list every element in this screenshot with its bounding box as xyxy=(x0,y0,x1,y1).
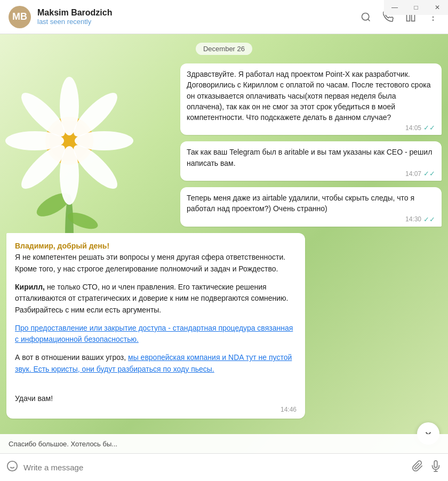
contact-info: Maksim Barodzich last seen recently xyxy=(37,8,359,26)
message-input-area xyxy=(0,453,448,481)
svg-point-20 xyxy=(7,461,17,470)
emoji-icon[interactable] xyxy=(6,460,18,475)
message-bubble-outgoing: Так как ваш Telegram был в aritable и вы… xyxy=(180,141,442,181)
minimize-button[interactable]: — xyxy=(384,0,405,15)
svg-point-6 xyxy=(433,19,434,21)
svg-line-1 xyxy=(368,19,370,21)
message-time: 14:30 xyxy=(405,215,421,223)
attach-icon[interactable] xyxy=(412,460,423,475)
messages-container: December 26 Здравствуйте. Я работал над … xyxy=(0,34,448,453)
message-row-incoming: Владимир, добрый день! Я не компетентен … xyxy=(6,233,442,419)
message-meta: 14:05 ✓✓ xyxy=(187,124,435,132)
contact-name: Maksim Barodzich xyxy=(37,8,359,18)
message-ticks: ✓✓ xyxy=(423,124,435,132)
input-right-icons xyxy=(412,460,442,475)
message-text: Так как ваш Telegram был в aritable и вы… xyxy=(187,147,435,169)
message-meta: 14:07 ✓✓ xyxy=(187,170,435,178)
message-bubble-outgoing: Здравствуйте. Я работал над проектом Poi… xyxy=(180,63,442,135)
chat-header: MB Maksim Barodzich last seen recently xyxy=(0,0,448,34)
message-time: 14:46 xyxy=(281,406,297,413)
maximize-button[interactable]: □ xyxy=(405,0,427,15)
svg-point-0 xyxy=(362,13,369,20)
message-ticks: ✓✓ xyxy=(423,170,435,178)
message-row: Так как ваш Telegram был в aritable и вы… xyxy=(6,141,442,181)
message-input[interactable] xyxy=(23,463,406,472)
close-button[interactable]: ✕ xyxy=(427,0,448,15)
message-time: 14:05 xyxy=(405,124,421,132)
contact-status: last seen recently xyxy=(37,18,359,26)
message-text: Теперь меня даже из airtable удалили, чт… xyxy=(187,193,435,214)
date-label: December 26 xyxy=(196,43,252,55)
message-row: Здравствуйте. Я работал над проектом Poi… xyxy=(6,63,442,135)
message-time: 14:07 xyxy=(405,170,421,178)
message-row: Теперь меня даже из airtable удалили, чт… xyxy=(6,187,442,227)
search-icon[interactable] xyxy=(359,11,372,23)
avatar: MB xyxy=(9,6,31,28)
incoming-message-text: Владимир, добрый день! Я не компетентен … xyxy=(15,240,297,405)
message-text: Здравствуйте. Я работал над проектом Poi… xyxy=(187,69,435,123)
message-ticks: ✓✓ xyxy=(423,215,435,223)
mic-icon[interactable] xyxy=(430,460,442,475)
message-meta: 14:46 xyxy=(15,406,297,413)
partial-incoming-message: Спасибо большое. Хотелось бы... xyxy=(0,434,448,453)
incoming-message-bubble: Владимир, добрый день! Я не компетентен … xyxy=(6,233,305,419)
message-meta: 14:30 ✓✓ xyxy=(187,215,435,223)
svg-point-5 xyxy=(433,16,434,18)
message-bubble-outgoing: Теперь меня даже из airtable удалили, чт… xyxy=(180,187,442,227)
date-separator: December 26 xyxy=(6,43,442,55)
chat-area: December 26 Здравствуйте. Я работал над … xyxy=(0,34,448,453)
